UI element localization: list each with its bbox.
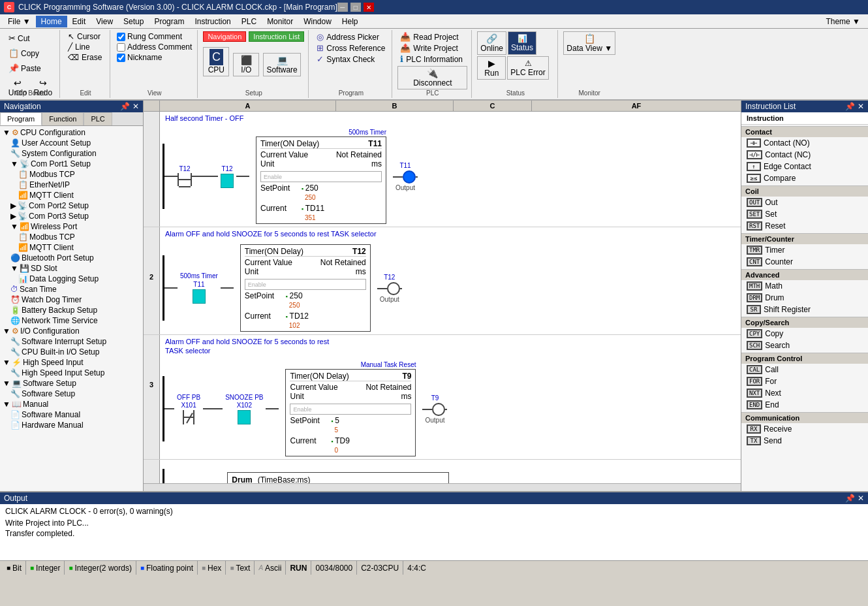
nav-tab-program[interactable]: Program bbox=[0, 112, 42, 125]
tree-user-account[interactable]: 👤 User Account Setup bbox=[1, 138, 142, 148]
inst-pin-icon[interactable]: 📌 bbox=[845, 102, 855, 111]
inst-for[interactable]: FOR For bbox=[741, 375, 868, 387]
inst-compare[interactable]: ≥≤ Compare bbox=[741, 172, 868, 184]
tree-scan-time[interactable]: ⏱ Scan Time bbox=[1, 284, 142, 295]
inst-call[interactable]: CAL Call bbox=[741, 364, 868, 375]
paste-button[interactable]: 📌 Paste bbox=[5, 61, 44, 75]
theme-button[interactable]: Theme ▼ bbox=[820, 16, 865, 27]
menu-help[interactable]: Help bbox=[337, 16, 364, 27]
run-button[interactable]: ▶ Run bbox=[477, 56, 506, 80]
tree-sw-interrupt[interactable]: 🔧 Software Interrupt Setup bbox=[1, 336, 142, 347]
inst-counter[interactable]: CNT Counter bbox=[741, 256, 868, 268]
io-button[interactable]: ⬛ I/O bbox=[233, 53, 259, 76]
inst-shift-register[interactable]: SR Shift Register bbox=[741, 304, 868, 315]
inst-close-icon[interactable]: ✕ bbox=[858, 102, 864, 111]
nav-tree[interactable]: ▼⚙ CPU Configuration 👤 User Account Setu… bbox=[0, 126, 143, 491]
line-button[interactable]: ╱ Line bbox=[65, 42, 106, 52]
tree-cpu-io[interactable]: 🔧 CPU Built-in I/O Setup bbox=[1, 347, 142, 357]
instruction-list-button[interactable]: Instruction List bbox=[249, 31, 304, 42]
erase-button[interactable]: ⌫ Erase bbox=[65, 52, 106, 63]
address-comment-checkbox[interactable]: Address Comment bbox=[116, 42, 193, 52]
tree-system-config[interactable]: 🔧 System Configuration bbox=[1, 148, 142, 159]
address-picker-button[interactable]: ◎ Address Picker bbox=[314, 31, 388, 42]
tree-sd-slot[interactable]: ▼💾 SD Slot bbox=[1, 263, 142, 274]
inst-send[interactable]: TX Send bbox=[741, 435, 868, 447]
nav-tab-function[interactable]: Function bbox=[42, 112, 84, 125]
inst-contact-nc[interactable]: ⊣/⊢ Contact (NC) bbox=[741, 149, 868, 161]
cpu-button[interactable]: C CPU bbox=[203, 47, 229, 76]
inst-drum[interactable]: DRM Drum bbox=[741, 292, 868, 304]
inst-cat-contact[interactable]: Contact bbox=[741, 126, 868, 137]
read-project-button[interactable]: 📥 Read Project bbox=[397, 31, 467, 42]
inst-math[interactable]: MTH Math bbox=[741, 280, 868, 292]
maximize-btn[interactable]: □ bbox=[350, 3, 361, 12]
cursor-button[interactable]: ↖ Cursor bbox=[65, 31, 106, 42]
tree-hs-input-setup[interactable]: 🔧 High Speed Input Setup bbox=[1, 368, 142, 378]
nav-close-icon[interactable]: ✕ bbox=[132, 102, 139, 111]
tree-sw-setup-item[interactable]: 🔧 Software Setup bbox=[1, 389, 142, 399]
inst-cat-coil[interactable]: Coil bbox=[741, 185, 868, 197]
menu-file[interactable]: File ▼ bbox=[3, 16, 36, 27]
tree-battery[interactable]: 🔋 Battery Backup Setup bbox=[1, 305, 142, 315]
menu-home[interactable]: Home bbox=[36, 16, 67, 27]
plc-error-button[interactable]: ⚠ PLC Error bbox=[507, 56, 548, 80]
inst-end[interactable]: END End bbox=[741, 399, 868, 411]
ladder-area[interactable]: A B C AF Half second Timer - OFF T12 bbox=[144, 101, 741, 491]
inst-cat-copy-search[interactable]: Copy/Search bbox=[741, 317, 868, 328]
tree-mqtt-1[interactable]: 📶 MQTT Client bbox=[1, 190, 142, 200]
tree-wireless[interactable]: ▼📶 Wireless Port bbox=[1, 221, 142, 232]
tree-network-time[interactable]: 🌐 Network Time Service bbox=[1, 315, 142, 326]
menu-plc[interactable]: PLC bbox=[236, 16, 262, 27]
inst-reset[interactable]: RST Reset bbox=[741, 220, 868, 232]
tree-cpu-config[interactable]: ▼⚙ CPU Configuration bbox=[1, 127, 142, 138]
inst-cat-program-control[interactable]: Program Control bbox=[741, 353, 868, 364]
inst-cat-communication[interactable]: Communication bbox=[741, 412, 868, 423]
inst-tab[interactable]: Instruction bbox=[741, 112, 868, 125]
menu-edit[interactable]: Edit bbox=[67, 16, 91, 27]
inst-next[interactable]: NXT Next bbox=[741, 387, 868, 399]
tree-com3[interactable]: ▶📡 Com Port3 Setup bbox=[1, 211, 142, 221]
tree-sw-manual[interactable]: 📄 Software Manual bbox=[1, 409, 142, 420]
rung-comment-checkbox[interactable]: Rung Comment bbox=[116, 31, 193, 42]
tree-com1[interactable]: ▼📡 Com Port1 Setup bbox=[1, 159, 142, 169]
nav-tab-plc[interactable]: PLC bbox=[84, 112, 112, 125]
data-view-button[interactable]: 📋 Data View ▼ bbox=[563, 31, 615, 55]
menu-monitor[interactable]: Monitor bbox=[262, 16, 298, 27]
menu-view[interactable]: View bbox=[91, 16, 118, 27]
output-close-icon[interactable]: ✕ bbox=[858, 494, 864, 503]
inst-timer[interactable]: TMR Timer bbox=[741, 244, 868, 256]
menu-setup[interactable]: Setup bbox=[118, 16, 149, 27]
navigation-button[interactable]: Navigation bbox=[203, 31, 246, 42]
inst-cat-timer-counter[interactable]: Timer/Counter bbox=[741, 233, 868, 244]
tree-ethernet-ip[interactable]: 📋 EtherNet/IP bbox=[1, 180, 142, 190]
tree-hs-input[interactable]: ▼⚡ High Speed Input bbox=[1, 357, 142, 368]
plc-information-button[interactable]: ℹ PLC Information bbox=[397, 54, 467, 65]
syntax-check-button[interactable]: ✓ Syntax Check bbox=[314, 54, 388, 65]
nickname-checkbox[interactable]: Nickname bbox=[116, 52, 193, 63]
menu-window[interactable]: Window bbox=[298, 16, 337, 27]
software-button[interactable]: 💻 Software bbox=[263, 53, 300, 76]
tree-mqtt-2[interactable]: 📶 MQTT Client bbox=[1, 242, 142, 253]
tree-modbus-tcp-2[interactable]: 📋 Modbus TCP bbox=[1, 232, 142, 242]
cross-reference-button[interactable]: ⊞ Cross Reference bbox=[314, 42, 388, 54]
cut-button[interactable]: ✂ Cut bbox=[5, 31, 33, 45]
inst-edge-contact[interactable]: ↑ Edge Contact bbox=[741, 161, 868, 172]
disconnect-button[interactable]: 🔌 Disconnect bbox=[397, 66, 467, 89]
tree-bluetooth[interactable]: 🔵 Bluetooth Port Setup bbox=[1, 253, 142, 263]
close-btn[interactable]: ✕ bbox=[364, 3, 374, 12]
tree-sw-setup[interactable]: ▼💻 Software Setup bbox=[1, 378, 142, 389]
write-project-button[interactable]: 📤 Write Project bbox=[397, 42, 467, 54]
inst-receive[interactable]: RX Receive bbox=[741, 423, 868, 435]
inst-contact-no[interactable]: ⊣⊢ Contact (NO) bbox=[741, 137, 868, 149]
tree-io-config[interactable]: ▼⚙ I/O Configuration bbox=[1, 326, 142, 336]
ladder-hscrollbar[interactable] bbox=[144, 483, 741, 491]
inst-set[interactable]: SET Set bbox=[741, 208, 868, 220]
online-button[interactable]: 🔗 Online bbox=[477, 31, 506, 55]
inst-search[interactable]: SCH Search bbox=[741, 340, 868, 351]
nav-pin-icon[interactable]: 📌 bbox=[120, 102, 130, 111]
minimize-btn[interactable]: ─ bbox=[337, 3, 348, 12]
status-button[interactable]: 📊 Status bbox=[508, 31, 536, 55]
output-pin-icon[interactable]: 📌 bbox=[845, 494, 855, 503]
inst-copy[interactable]: CPY Copy bbox=[741, 328, 868, 340]
menu-instruction[interactable]: Instruction bbox=[189, 16, 236, 27]
